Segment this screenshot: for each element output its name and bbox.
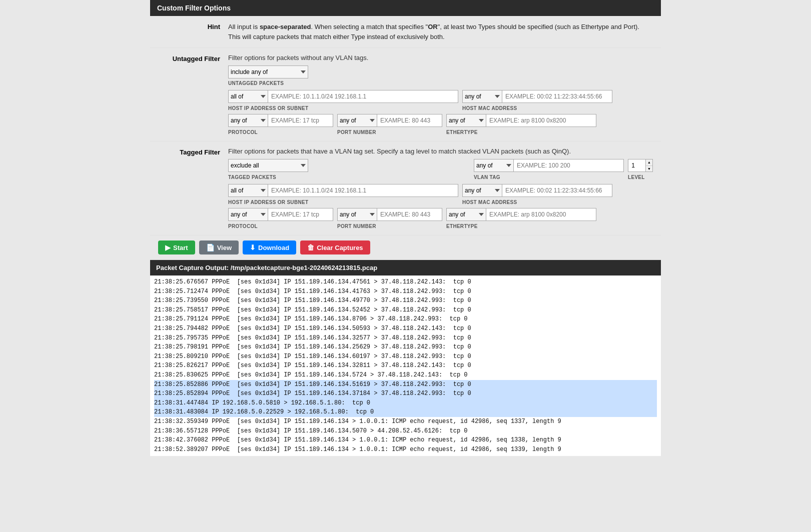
- download-button[interactable]: ⬇ Download: [243, 240, 296, 254]
- start-button[interactable]: ▶ Start: [158, 240, 195, 254]
- untagged-ethertype-select[interactable]: any of all of none of: [446, 114, 486, 127]
- untagged-host-mac-input[interactable]: [502, 90, 612, 103]
- tagged-ethertype-label: ETHERTYPE: [446, 224, 596, 229]
- untagged-host-ip-select[interactable]: all of any of none of: [228, 90, 268, 103]
- tagged-protocol-select[interactable]: any of all of none of: [228, 208, 268, 221]
- hint-text-part2: . When selecting a match that specifies …: [311, 23, 428, 30]
- untagged-packets-select[interactable]: include any of exclude any of include al…: [228, 66, 308, 78]
- tagged-level-label: LEVEL: [628, 174, 653, 180]
- tagged-vlan-tag-select[interactable]: any of all of none of: [474, 159, 514, 172]
- untagged-packets-label: UNTAGGED PACKETS: [228, 80, 653, 86]
- tagged-level-input-wrapper: ▲ ▼: [628, 159, 653, 172]
- view-button[interactable]: 📄 View: [199, 240, 239, 254]
- untagged-ethertype-group: any of all of none of ETHERTYPE: [446, 114, 596, 135]
- tagged-level-spins: ▲ ▼: [645, 160, 652, 172]
- untagged-host-ip-group: all of any of none of HOST IP ADDRESS OR…: [228, 90, 458, 111]
- terminal-line: 21:38:31.483084 IP 192.168.5.0.22529 > 1…: [154, 408, 657, 417]
- tagged-ethertype-input[interactable]: [486, 208, 596, 221]
- tagged-host-mac-group: any of all of none of HOST MAC ADDRESS: [462, 184, 612, 205]
- untagged-host-mac-input-row: any of all of none of: [462, 90, 612, 103]
- untagged-protocol-select[interactable]: any of all of none of: [228, 114, 268, 127]
- terminal-line: 21:38:25.791124 PPPoE [ses 0x1d34] IP 15…: [154, 314, 657, 324]
- untagged-protocol-group: any of all of none of PROTOCOL: [228, 114, 333, 135]
- tagged-port-select[interactable]: any of all of none of: [337, 208, 377, 221]
- hint-bold1: space-separated: [260, 23, 311, 30]
- tagged-level-input[interactable]: [628, 160, 645, 172]
- untagged-host-mac-select[interactable]: any of all of none of: [462, 90, 502, 103]
- tagged-ethertype-input-row: any of all of none of: [446, 208, 596, 221]
- hint-content: All input is space-separated. When selec…: [228, 22, 653, 42]
- untagged-host-mac-label: HOST MAC ADDRESS: [462, 106, 612, 111]
- hint-section: Hint All input is space-separated. When …: [150, 16, 661, 48]
- view-icon: 📄: [206, 244, 215, 252]
- untagged-filter-desc: Filter options for packets without any V…: [228, 54, 653, 62]
- trash-icon: 🗑: [307, 244, 314, 252]
- terminal-line: 21:38:25.852886 PPPoE [ses 0x1d34] IP 15…: [154, 380, 657, 390]
- tagged-host-ip-input[interactable]: [268, 184, 458, 197]
- untagged-protocol-label: PROTOCOL: [228, 130, 333, 135]
- tagged-ethertype-select[interactable]: any of all of none of: [446, 208, 486, 221]
- tagged-vlan-tag-label: VLAN TAG: [474, 174, 624, 180]
- untagged-filter-content: Filter options for packets without any V…: [228, 54, 653, 135]
- tagged-protocol-input[interactable]: [268, 208, 333, 221]
- untagged-ethertype-input[interactable]: [486, 114, 596, 127]
- panel-title: Custom Filter Options: [157, 4, 231, 12]
- tagged-host-ip-label: HOST IP ADDRESS OR SUBNET: [228, 200, 458, 205]
- untagged-host-ip-input[interactable]: [268, 90, 458, 103]
- tagged-ip-mac-row: all of any of none of HOST IP ADDRESS OR…: [228, 184, 653, 205]
- output-header: Packet Capture Output: /tmp/packetcaptur…: [150, 260, 661, 276]
- tagged-protocol-group: any of all of none of PROTOCOL: [228, 208, 333, 229]
- untagged-ethertype-label: ETHERTYPE: [446, 130, 596, 135]
- tagged-protocol-label: PROTOCOL: [228, 224, 333, 229]
- tagged-filter-section: Tagged Filter Filter options for packets…: [150, 142, 661, 236]
- panel-header: Custom Filter Options: [150, 0, 661, 16]
- untagged-protocol-input[interactable]: [268, 114, 333, 127]
- terminal-line: 21:38:25.826217 PPPoE [ses 0x1d34] IP 15…: [154, 361, 657, 370]
- terminal-line: 21:38:25.712474 PPPoE [ses 0x1d34] IP 15…: [154, 287, 657, 296]
- tagged-filter-content: Filter options for packets that have a V…: [228, 148, 653, 229]
- clear-label: Clear Captures: [317, 244, 363, 252]
- tagged-host-mac-input[interactable]: [502, 184, 612, 197]
- untagged-port-label: PORT NUMBER: [337, 130, 442, 135]
- tagged-host-ip-select[interactable]: all of any of none of: [228, 184, 268, 197]
- terminal-line: 21:38:32.359349 PPPoE [ses 0x1d34] IP 15…: [154, 417, 657, 426]
- tagged-level-up[interactable]: ▲: [646, 160, 652, 166]
- output-section: Packet Capture Output: /tmp/packetcaptur…: [150, 260, 661, 456]
- tagged-host-ip-group: all of any of none of HOST IP ADDRESS OR…: [228, 184, 458, 205]
- button-row: ▶ Start 📄 View ⬇ Download 🗑 Clear Captur…: [150, 236, 661, 260]
- untagged-host-ip-label: HOST IP ADDRESS OR SUBNET: [228, 106, 458, 111]
- tagged-packets-label: TAGGED PACKETS: [228, 174, 308, 180]
- untagged-port-select[interactable]: any of all of none of: [337, 114, 377, 127]
- terminal-line: 21:38:42.376082 PPPoE [ses 0x1d34] IP 15…: [154, 436, 657, 445]
- terminal-line: 21:38:25.852894 PPPoE [ses 0x1d34] IP 15…: [154, 389, 657, 398]
- tagged-vlan-tag-input[interactable]: [514, 159, 624, 172]
- terminal-line: 21:38:52.389207 PPPoE [ses 0x1d34] IP 15…: [154, 445, 657, 454]
- terminal-line: 21:38:25.830625 PPPoE [ses 0x1d34] IP 15…: [154, 370, 657, 380]
- untagged-port-input[interactable]: [377, 114, 442, 127]
- hint-bold2: OR: [428, 23, 438, 30]
- untagged-ip-mac-row: all of any of none of HOST IP ADDRESS OR…: [228, 90, 653, 111]
- hint-label: Hint: [158, 22, 228, 42]
- tagged-port-group: any of all of none of PORT NUMBER: [337, 208, 442, 229]
- tagged-port-input[interactable]: [377, 208, 442, 221]
- clear-button[interactable]: 🗑 Clear Captures: [300, 240, 370, 254]
- tagged-level-down[interactable]: ▼: [646, 166, 652, 172]
- untagged-packets-row: include any of exclude any of include al…: [228, 66, 653, 78]
- tagged-host-mac-select[interactable]: any of all of none of: [462, 184, 502, 197]
- untagged-host-ip-input-row: all of any of none of: [228, 90, 458, 103]
- tagged-filter-label: Tagged Filter: [158, 148, 228, 229]
- terminal-line: 21:38:25.798191 PPPoE [ses 0x1d34] IP 15…: [154, 342, 657, 352]
- terminal-line: 21:38:31.447484 IP 192.168.5.0.5810 > 19…: [154, 398, 657, 408]
- terminal-line: 21:38:25.676567 PPPoE [ses 0x1d34] IP 15…: [154, 278, 657, 287]
- tagged-vlan-tag-group: any of all of none of VLAN TAG: [474, 159, 624, 180]
- tagged-vlan-tag-input-row: any of all of none of: [474, 159, 624, 172]
- terminal-line: 21:38:25.809210 PPPoE [ses 0x1d34] IP 15…: [154, 352, 657, 362]
- tagged-port-label: PORT NUMBER: [337, 224, 442, 229]
- terminal-line: 21:38:25.739550 PPPoE [ses 0x1d34] IP 15…: [154, 296, 657, 306]
- output-terminal[interactable]: 21:38:25.676567 PPPoE [ses 0x1d34] IP 15…: [150, 276, 661, 456]
- untagged-ethertype-input-row: any of all of none of: [446, 114, 596, 127]
- tagged-packets-select[interactable]: exclude all include any of exclude any o…: [228, 159, 308, 172]
- download-label: Download: [258, 244, 289, 252]
- start-label: Start: [173, 244, 188, 252]
- download-icon: ⬇: [250, 244, 256, 252]
